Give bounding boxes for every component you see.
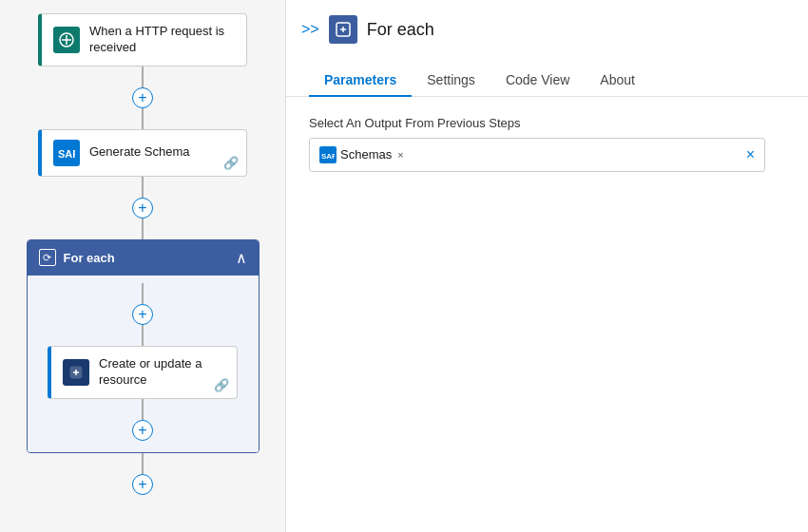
inner-line-top-b <box>142 325 144 346</box>
add-btn-1[interactable]: + <box>132 87 153 108</box>
http-request-label: When a HTTP request is received <box>89 24 235 56</box>
right-header: >> For each <box>286 0 808 44</box>
create-update-step[interactable]: Create or update a resource 🔗 <box>48 346 238 399</box>
line-bottom <box>142 453 144 474</box>
flow-steps: When a HTTP request is received + SAP Ge… <box>0 13 285 495</box>
add-btn-2[interactable]: + <box>132 198 153 218</box>
foreach-collapse-button[interactable]: ∧ <box>236 249 247 267</box>
clear-input-button[interactable]: × <box>746 146 755 163</box>
inner-line-bottom <box>142 399 144 420</box>
token-label: Schemas <box>340 147 392 162</box>
add-btn-bottom[interactable]: + <box>132 474 153 495</box>
tab-code-view[interactable]: Code View <box>491 65 585 97</box>
http-icon <box>53 27 80 53</box>
inner-connector-top: + <box>132 283 153 346</box>
connector-1: + <box>132 66 153 129</box>
sap-icon: SAP <box>53 140 80 166</box>
generate-schema-step[interactable]: SAP Generate Schema 🔗 <box>38 129 247 177</box>
inner-add-btn-top[interactable]: + <box>132 304 153 325</box>
inner-add-btn-bottom[interactable]: + <box>132 420 153 441</box>
tab-parameters[interactable]: Parameters <box>309 65 412 97</box>
panel-content: Select An Output From Previous Steps SAP… <box>286 97 808 533</box>
foreach-header[interactable]: ⟳ For each ∧ <box>28 240 259 276</box>
cube-icon <box>63 359 89 386</box>
token-remove-button[interactable]: × <box>397 149 403 161</box>
right-panel: >> For each Parameters Settings Code Vie… <box>286 0 808 532</box>
inner-line-top <box>142 283 144 304</box>
create-update-label: Create or update a resource <box>99 356 225 389</box>
tab-about[interactable]: About <box>585 65 650 97</box>
token-sap-icon: SAP <box>319 146 337 163</box>
foreach-body: + Create or update a resource 🔗 <box>28 276 259 452</box>
line-2b <box>142 218 144 239</box>
field-label: Select An Output From Previous Steps <box>309 116 785 130</box>
line-1 <box>142 66 144 87</box>
panel-title: For each <box>367 20 434 40</box>
svg-text:SAP: SAP <box>58 148 75 160</box>
tab-bar: Parameters Settings Code View About <box>286 53 808 97</box>
line-1b <box>142 108 144 129</box>
link-icon-generate: 🔗 <box>223 156 239 170</box>
output-selector-input[interactable]: SAP Schemas × × <box>309 138 765 172</box>
connector-2: + <box>132 177 153 239</box>
connector-bottom: + <box>132 453 153 495</box>
foreach-icon: ⟳ <box>39 249 56 266</box>
line-2 <box>142 177 144 198</box>
inner-connector-bottom: + <box>132 399 153 441</box>
http-request-step[interactable]: When a HTTP request is received <box>38 13 247 66</box>
foreach-panel-icon <box>329 15 357 44</box>
schemas-token: SAP Schemas × <box>319 146 404 163</box>
foreach-header-left: ⟳ For each <box>39 249 115 266</box>
svg-text:SAP: SAP <box>321 152 335 160</box>
collapse-arrows-button[interactable]: >> <box>301 21 319 38</box>
foreach-container: ⟳ For each ∧ + <box>27 239 260 453</box>
generate-schema-label: Generate Schema <box>89 144 190 161</box>
foreach-title: For each <box>64 251 115 265</box>
flow-canvas: When a HTTP request is received + SAP Ge… <box>0 0 285 532</box>
tab-settings[interactable]: Settings <box>412 65 491 97</box>
link-icon-create: 🔗 <box>214 378 229 392</box>
